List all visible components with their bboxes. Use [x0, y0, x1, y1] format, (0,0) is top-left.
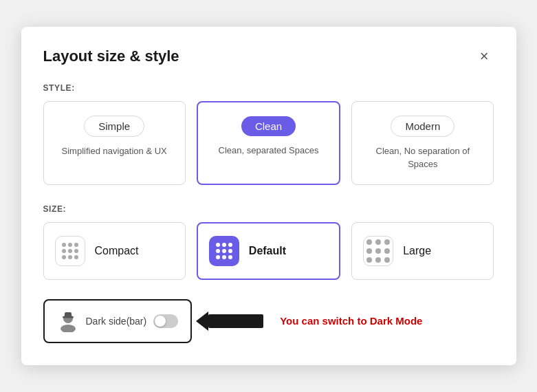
size-card-compact[interactable]: Compact	[43, 222, 186, 280]
size-card-default[interactable]: Default	[197, 222, 340, 280]
layout-dialog: Layout size & style × STYLE: Simple Simp…	[21, 27, 516, 364]
dark-mode-label: Dark side(bar)	[86, 316, 147, 327]
large-icon	[363, 236, 393, 266]
dark-mode-toggle[interactable]	[153, 314, 178, 328]
arrow-container	[208, 314, 263, 328]
modern-desc: Clean, No separation of Spaces	[363, 145, 482, 170]
compact-icon	[55, 236, 85, 266]
style-card-modern[interactable]: Modern Clean, No separation of Spaces	[351, 101, 494, 184]
dialog-title: Layout size & style	[43, 47, 179, 65]
svg-rect-3	[65, 312, 72, 317]
close-button[interactable]: ×	[474, 46, 494, 67]
default-label: Default	[249, 245, 286, 257]
simple-desc: Simplified navigation & UX	[62, 145, 167, 157]
style-card-clean[interactable]: Clean Clean, separated Spaces	[197, 101, 340, 184]
style-section-label: STYLE:	[43, 83, 494, 93]
size-section-label: SIZE:	[43, 204, 494, 214]
style-cards: Simple Simplified navigation & UX Clean …	[43, 101, 494, 184]
compact-label: Compact	[95, 245, 139, 257]
large-label: Large	[403, 245, 431, 257]
default-icon	[209, 236, 239, 266]
clean-desc: Clean, separated Spaces	[219, 144, 319, 157]
dark-mode-person-icon	[57, 310, 79, 332]
svg-point-1	[61, 325, 76, 332]
size-section: SIZE: Compact	[43, 204, 494, 280]
simple-badge: Simple	[84, 116, 144, 137]
size-card-large[interactable]: Large	[351, 222, 494, 280]
style-card-simple[interactable]: Simple Simplified navigation & UX	[43, 101, 186, 184]
dialog-header: Layout size & style ×	[43, 46, 494, 67]
toggle-thumb	[155, 316, 166, 327]
size-cards: Compact Default	[43, 222, 494, 280]
style-section: STYLE: Simple Simplified navigation & UX…	[43, 83, 494, 184]
modern-badge: Modern	[391, 116, 454, 137]
dark-mode-box: Dark side(bar)	[43, 299, 193, 343]
arrow-icon	[208, 314, 263, 328]
dark-mode-row: Dark side(bar) You can switch to Dark Mo…	[43, 299, 494, 343]
dark-mode-hint: You can switch to Dark Mode	[280, 314, 422, 328]
clean-badge: Clean	[241, 116, 296, 136]
